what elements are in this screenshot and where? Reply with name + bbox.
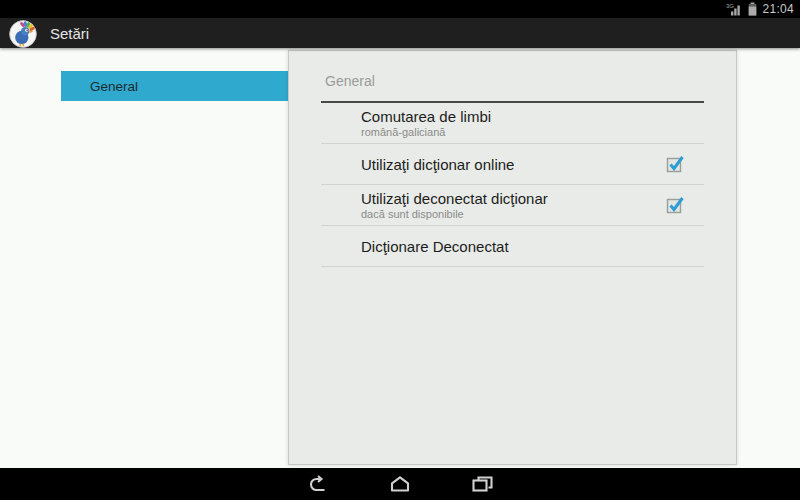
pref-offline-dictionary[interactable]: Utilizaţi deconectat dicţionar dacă sunt…	[321, 185, 704, 226]
checkbox-checked-icon[interactable]	[665, 154, 685, 174]
network-type-label: 3G	[726, 3, 734, 9]
pref-text: Comutarea de limbi română-galiciană	[361, 108, 491, 139]
app-logo-icon[interactable]	[9, 20, 37, 48]
pref-title: Comutarea de limbi	[361, 108, 491, 125]
navigation-bar	[0, 468, 800, 500]
sidebar-item-label: General	[90, 79, 138, 94]
signal-3g-icon: 3G	[726, 2, 743, 16]
home-button[interactable]	[388, 474, 412, 494]
back-button[interactable]	[306, 474, 330, 494]
pref-title: Utilizaţi deconectat dicţionar	[361, 190, 548, 207]
pref-text: Utilizaţi dicţionar online	[361, 156, 514, 173]
back-icon	[307, 475, 329, 493]
pref-subtitle: română-galiciană	[361, 126, 491, 139]
recents-button[interactable]	[470, 474, 494, 494]
battery-icon	[748, 2, 757, 16]
pref-text: Utilizaţi deconectat dicţionar dacă sunt…	[361, 190, 548, 221]
pref-subtitle: dacă sunt disponibile	[361, 208, 548, 221]
pref-online-dictionary[interactable]: Utilizaţi dicţionar online	[321, 144, 704, 185]
pref-title: Dicţionare Deconectat	[361, 238, 509, 255]
panel-section-header: General	[325, 73, 704, 89]
android-tablet-screen: 3G 21:04	[0, 0, 800, 500]
page-title: Setări	[50, 25, 89, 42]
preferences-panel: General Comutarea de limbi română-galici…	[288, 50, 737, 465]
pref-language-switch[interactable]: Comutarea de limbi română-galiciană	[321, 103, 704, 144]
status-bar: 3G 21:04	[0, 0, 800, 18]
clock: 21:04	[762, 2, 794, 16]
checkbox-checked-icon[interactable]	[665, 195, 685, 215]
action-bar: Setări	[0, 18, 800, 48]
recents-icon	[472, 476, 493, 492]
sidebar-item-general[interactable]: General	[61, 71, 288, 101]
pref-offline-dictionaries-manage[interactable]: Dicţionare Deconectat	[321, 226, 704, 267]
settings-content: General General Comutarea de limbi român…	[0, 48, 800, 468]
pref-title: Utilizaţi dicţionar online	[361, 156, 514, 173]
pref-text: Dicţionare Deconectat	[361, 238, 509, 255]
home-icon	[389, 476, 411, 492]
